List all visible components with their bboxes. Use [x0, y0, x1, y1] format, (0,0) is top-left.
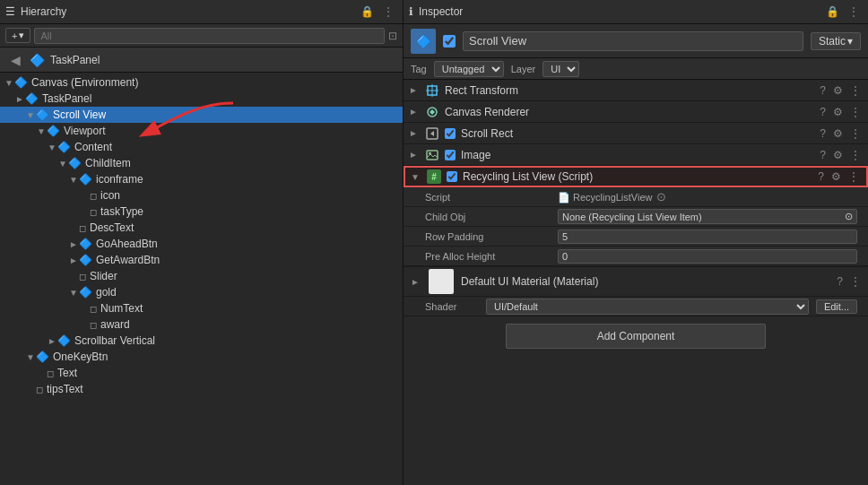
component-settings-button[interactable]: ⚙ — [831, 127, 845, 140]
component-enable-checkbox[interactable] — [447, 171, 457, 182]
tree-arrow[interactable] — [14, 94, 25, 104]
material-more-button[interactable]: ⋮ — [850, 275, 861, 288]
tree-item[interactable]: ◻award — [0, 316, 403, 333]
component-help-button[interactable]: ? — [818, 106, 828, 118]
tree-item-icon: 🔷 — [68, 157, 82, 169]
component-row-recycling_list[interactable]: ▼#Recycling List View (Script)?⚙⋮ — [404, 166, 868, 187]
static-label: Static — [819, 35, 846, 48]
tree-item[interactable]: 🔷Scroll View — [0, 107, 403, 123]
property-value-text: RecyclingListView — [573, 192, 652, 203]
svg-rect-5 — [427, 151, 438, 160]
tree-item[interactable]: ◻tipsText — [0, 381, 403, 397]
component-expand-arrow[interactable]: ▼ — [411, 172, 421, 182]
tree-item[interactable]: 🔷iconframe — [0, 171, 403, 187]
tree-item[interactable]: 🔷GetAwardBtn — [0, 252, 403, 268]
component-settings-button[interactable]: ⚙ — [829, 170, 843, 183]
component-settings-button[interactable]: ⚙ — [831, 149, 845, 161]
taskpanel-cube-icon: 🔷 — [30, 53, 45, 67]
component-expand-arrow[interactable]: ► — [409, 150, 420, 160]
tree-item[interactable]: 🔷TaskPanel — [0, 91, 403, 107]
component-row-canvas_renderer[interactable]: ►Canvas Renderer?⚙⋮ — [404, 101, 868, 123]
property-number-input[interactable] — [558, 230, 857, 244]
component-row-scroll_rect[interactable]: ►Scroll Rect?⚙⋮ — [404, 123, 868, 144]
material-section: ►Default UI Material (Material)?⋮ShaderU… — [404, 267, 868, 316]
component-more-button[interactable]: ⋮ — [846, 170, 861, 183]
inspector-menu-button[interactable]: ⋮ — [845, 4, 863, 20]
material-help-button[interactable]: ? — [837, 275, 843, 288]
property-label: Script — [425, 192, 551, 203]
tree-item[interactable]: 🔷Viewport — [0, 123, 403, 139]
tree-item[interactable]: ◻icon — [0, 187, 403, 204]
tree-arrow[interactable] — [57, 159, 68, 169]
object-enable-checkbox[interactable] — [443, 35, 456, 48]
cube-3d-icon: 🔷 — [416, 34, 431, 48]
tree-arrow[interactable] — [25, 352, 36, 362]
tree-arrow[interactable] — [36, 126, 47, 136]
tree-item[interactable]: 🔷Content — [0, 139, 403, 155]
tree-arrow[interactable] — [68, 175, 79, 185]
tree-arrow[interactable] — [25, 110, 36, 120]
tree-arrow[interactable] — [68, 288, 79, 298]
tree-item-icon: 🔷 — [14, 76, 28, 89]
tree-item[interactable]: 🔷gold — [0, 284, 403, 300]
property-dropdown[interactable]: None (Recycling List View Item)⊙ — [558, 209, 857, 224]
tag-dropdown[interactable]: Untagged — [434, 61, 504, 77]
tree-arrow[interactable] — [68, 239, 79, 249]
tree-item[interactable]: ◻Text — [0, 365, 403, 381]
component-help-button[interactable]: ? — [816, 170, 826, 183]
tree-arrow[interactable] — [68, 255, 79, 265]
inspector-tab[interactable]: ℹ Inspector 🔒 ⋮ — [404, 0, 868, 23]
static-button[interactable]: Static ▾ — [811, 32, 861, 50]
tree-item[interactable]: 🔷GoAheadBtn — [0, 236, 403, 252]
tree-arrow[interactable] — [4, 78, 14, 88]
component-more-button[interactable]: ⋮ — [848, 106, 863, 118]
object-name-input[interactable] — [463, 31, 803, 51]
material-expand-arrow[interactable]: ► — [411, 277, 421, 287]
layer-dropdown[interactable]: UI — [542, 61, 579, 77]
inspector-lock-button[interactable]: 🔒 — [822, 4, 843, 20]
shader-dropdown[interactable]: UI/Default — [486, 299, 809, 315]
property-label: Child Obj — [425, 212, 551, 222]
component-more-button[interactable]: ⋮ — [848, 149, 863, 161]
scene-icon-button[interactable]: ⊡ — [388, 30, 397, 42]
hierarchy-tab-label: Hierarchy — [21, 5, 66, 18]
component-enable-checkbox[interactable] — [445, 128, 456, 139]
tree-arrow[interactable] — [47, 336, 57, 346]
tree-item[interactable]: ◻NumText — [0, 300, 403, 316]
edit-button[interactable]: Edit... — [816, 299, 857, 314]
back-button[interactable]: ◀ — [7, 53, 24, 67]
tree-item[interactable]: 🔷ChildItem — [0, 155, 403, 171]
tree-item[interactable]: 🔷Scrollbar Vertical — [0, 333, 403, 349]
hierarchy-lock-button[interactable]: 🔒 — [357, 4, 378, 20]
property-pick-button[interactable]: ⊙ — [656, 190, 666, 204]
tree-item[interactable]: 🔷OneKeyBtn — [0, 349, 403, 365]
component-help-button[interactable]: ? — [818, 149, 828, 161]
component-expand-arrow[interactable]: ► — [409, 128, 420, 138]
add-component-button[interactable]: Add Component — [506, 324, 766, 349]
component-row-image[interactable]: ►Image?⚙⋮ — [404, 144, 868, 166]
tree-item[interactable]: ◻Slider — [0, 268, 403, 284]
component-help-button[interactable]: ? — [818, 127, 828, 140]
component-settings-button[interactable]: ⚙ — [831, 84, 845, 97]
component-more-button[interactable]: ⋮ — [848, 84, 863, 97]
component-expand-arrow[interactable]: ► — [409, 107, 420, 117]
component-expand-arrow[interactable]: ► — [409, 85, 420, 95]
component-settings-button[interactable]: ⚙ — [831, 106, 845, 118]
tree-item[interactable]: 🔷Canvas (Environment) — [0, 74, 403, 91]
hierarchy-tab[interactable]: ☰ Hierarchy 🔒 ⋮ — [0, 0, 404, 23]
tree-item[interactable]: ◻DescText — [0, 220, 403, 236]
tree-item[interactable]: ◻taskType — [0, 204, 403, 220]
component-enable-checkbox[interactable] — [445, 150, 456, 160]
hierarchy-menu-button[interactable]: ⋮ — [379, 4, 397, 20]
tree-arrow[interactable] — [47, 143, 57, 152]
add-button[interactable]: + ▾ — [5, 28, 30, 43]
tree-item-label: Scrollbar Vertical — [74, 334, 155, 347]
game-object-icon: 🔷 — [411, 29, 436, 54]
component-help-button[interactable]: ? — [818, 84, 828, 97]
component-more-button[interactable]: ⋮ — [848, 127, 863, 140]
property-number-input[interactable] — [558, 249, 857, 264]
taskpanel-bar: ◀ 🔷 TaskPanel — [0, 48, 403, 73]
property-circle-button[interactable]: ⊙ — [845, 211, 853, 222]
component-row-rect_transform[interactable]: ►Rect Transform?⚙⋮ — [404, 80, 868, 101]
search-input[interactable] — [34, 28, 385, 44]
